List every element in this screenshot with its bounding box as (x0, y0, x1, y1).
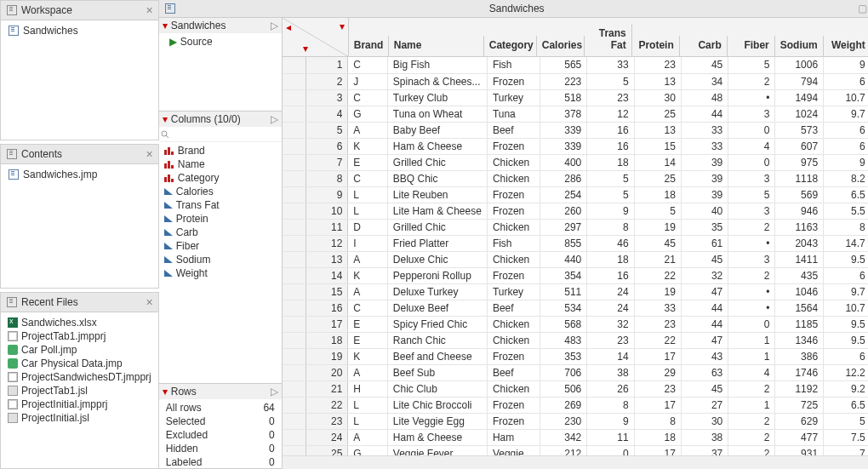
row-index[interactable]: 5 (306, 122, 347, 138)
cell-sodium[interactable]: 569 (775, 186, 824, 203)
cell-protein[interactable]: 22 (634, 267, 681, 283)
cell-transfat[interactable]: 24 (587, 283, 634, 300)
rows-excluded[interactable]: Excluded0 (163, 428, 278, 442)
column-item[interactable]: Carb (163, 226, 278, 239)
row-index[interactable]: 14 (306, 267, 347, 283)
cell-fiber[interactable]: 4 (728, 364, 775, 380)
cell-brand[interactable]: G (348, 106, 387, 122)
cols-menu-icon[interactable]: ▾ (340, 20, 345, 32)
row-marker[interactable] (283, 300, 306, 316)
column-item[interactable]: Fiber (163, 239, 278, 253)
cell-brand[interactable]: G (348, 445, 387, 455)
recent-file[interactable]: ProjectTab1.jsl (6, 384, 153, 398)
cell-name[interactable]: Spinach & Chees... (387, 73, 487, 89)
row-index[interactable]: 22 (306, 397, 347, 413)
cell-carb[interactable]: 39 (681, 186, 728, 203)
cell-brand[interactable]: D (348, 219, 387, 235)
row-index[interactable]: 17 (306, 316, 347, 332)
header-category[interactable]: Category (484, 36, 537, 56)
row-index[interactable]: 7 (306, 154, 347, 170)
cell-name[interactable]: Spicy Fried Chic (387, 316, 487, 332)
cell-carb[interactable]: 39 (681, 154, 728, 170)
cell-weight[interactable]: 9.5 (824, 251, 868, 267)
recent-file[interactable]: Sandwiches.xlsx (6, 316, 153, 329)
disclosure-icon[interactable]: ▾ (163, 20, 168, 31)
recent-file[interactable]: Car Poll.jmp (6, 343, 153, 357)
cell-weight[interactable]: 9.2 (824, 380, 868, 397)
cell-sodium[interactable]: 1494 (775, 89, 824, 106)
cell-calories[interactable]: 286 (540, 170, 586, 186)
cell-fiber[interactable]: 2 (728, 380, 775, 397)
cell-calories[interactable]: 254 (540, 186, 586, 203)
cell-sodium[interactable]: 946 (775, 203, 824, 219)
row-index[interactable]: 13 (306, 251, 347, 267)
cell-category[interactable]: Frozen (487, 348, 540, 364)
cell-brand[interactable]: C (348, 57, 387, 73)
cell-transfat[interactable]: 11 (587, 429, 634, 445)
cell-category[interactable]: Turkey (487, 89, 540, 106)
cell-name[interactable]: Tuna on Wheat (387, 106, 487, 122)
cell-name[interactable]: Beef and Cheese (387, 348, 487, 364)
header-weight[interactable]: Weight (824, 36, 868, 56)
cell-fiber[interactable]: 2 (728, 219, 775, 235)
cell-fiber[interactable]: 1 (728, 348, 775, 364)
cell-category[interactable]: Frozen (487, 203, 540, 219)
cell-carb[interactable]: 39 (681, 170, 728, 186)
cell-carb[interactable]: 44 (681, 300, 728, 316)
header-brand[interactable]: Brand (349, 36, 389, 56)
cell-sodium[interactable]: 794 (775, 73, 824, 89)
workspace-item[interactable]: Sandwiches (6, 24, 153, 37)
cell-calories[interactable]: 223 (540, 73, 586, 89)
row-index[interactable]: 8 (306, 170, 347, 186)
cell-brand[interactable]: A (348, 283, 387, 300)
cell-weight[interactable]: 6 (824, 73, 868, 89)
cell-weight[interactable]: 6.5 (824, 186, 868, 203)
column-item[interactable]: Sodium (163, 253, 278, 266)
cell-brand[interactable]: K (348, 348, 387, 364)
window-maximize-button[interactable]: ▢ (858, 3, 867, 14)
table-row[interactable]: 24AHam & CheeseHam34211183824777.5 (283, 429, 868, 445)
cell-carb[interactable]: 44 (681, 106, 728, 122)
row-index[interactable]: 20 (306, 364, 347, 380)
cell-protein[interactable]: 45 (634, 235, 681, 251)
cell-carb[interactable]: 61 (681, 235, 728, 251)
cell-protein[interactable]: 23 (634, 380, 681, 397)
row-marker[interactable] (283, 397, 306, 413)
cell-calories[interactable]: 565 (540, 57, 586, 73)
header-transfat[interactable]: Trans Fat (585, 24, 632, 56)
cell-weight[interactable]: 9.5 (824, 316, 868, 332)
cell-protein[interactable]: 33 (634, 300, 681, 316)
column-item[interactable]: Protein (163, 212, 278, 226)
cell-protein[interactable]: 13 (634, 73, 681, 89)
cell-category[interactable]: Beef (487, 122, 540, 138)
row-marker[interactable] (283, 251, 306, 267)
cell-calories[interactable]: 506 (540, 380, 586, 397)
cell-category[interactable]: Fish (487, 235, 540, 251)
cell-sodium[interactable]: 435 (775, 267, 824, 283)
cell-transfat[interactable]: 8 (587, 219, 634, 235)
row-index[interactable]: 16 (306, 300, 347, 316)
cell-sodium[interactable]: 2043 (775, 235, 824, 251)
cell-carb[interactable]: 37 (681, 445, 728, 455)
row-marker[interactable] (283, 203, 306, 219)
row-index[interactable]: 11 (306, 219, 347, 235)
cell-weight[interactable]: 7.5 (824, 429, 868, 445)
cell-protein[interactable]: 14 (634, 154, 681, 170)
cell-category[interactable]: Veggie (487, 445, 540, 455)
cell-fiber[interactable]: • (728, 300, 775, 316)
cell-name[interactable]: Big Fish (387, 57, 487, 73)
cell-category[interactable]: Chicken (487, 219, 540, 235)
cell-transfat[interactable]: 38 (587, 364, 634, 380)
cell-category[interactable]: Turkey (487, 283, 540, 300)
cell-transfat[interactable]: 5 (587, 186, 634, 203)
cell-fiber[interactable]: 0 (728, 154, 775, 170)
cell-brand[interactable]: L (348, 413, 387, 429)
cell-category[interactable]: Frozen (487, 186, 540, 203)
cell-category[interactable]: Frozen (487, 138, 540, 154)
disclosure-icon[interactable]: ▾ (163, 386, 168, 398)
column-item[interactable]: Category (163, 171, 278, 185)
cell-protein[interactable]: 23 (634, 316, 681, 332)
cell-name[interactable]: Grilled Chic (387, 154, 487, 170)
table-row[interactable]: 13ADeluxe ChicChicken440182145314119.5 (283, 251, 868, 267)
column-item[interactable]: Calories (163, 185, 278, 198)
